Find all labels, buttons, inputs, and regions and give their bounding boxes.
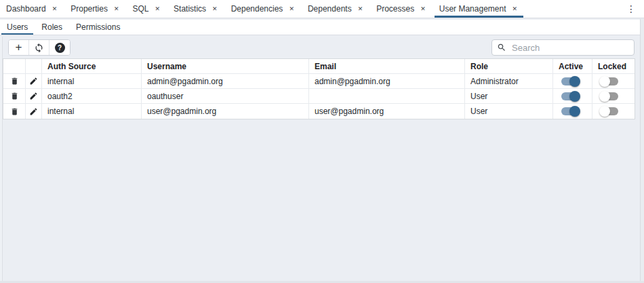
tab-label: User Management	[439, 4, 506, 14]
close-icon[interactable]: ✕	[287, 5, 296, 14]
cell-auth-source: oauth2	[42, 89, 142, 103]
locked-toggle[interactable]	[599, 91, 620, 102]
close-icon[interactable]: ✕	[51, 5, 59, 14]
tab-statistics[interactable]: Statistics ✕	[167, 0, 225, 18]
trash-icon	[10, 77, 19, 86]
close-icon[interactable]: ✕	[211, 5, 219, 14]
tab-label: Statistics	[174, 4, 206, 14]
column-header-active: Active	[553, 59, 592, 73]
cell-role: Administrator	[465, 74, 553, 88]
help-button[interactable]: ?	[49, 40, 70, 55]
cell-email	[309, 89, 465, 103]
user-management-window: Dashboard ✕ Properties ✕ SQL ✕ Statistic…	[0, 0, 644, 283]
delete-user-button[interactable]	[3, 104, 26, 119]
close-icon[interactable]: ✕	[357, 5, 365, 14]
search-box	[491, 39, 635, 56]
cell-username: admin@pgadmin.org	[142, 74, 309, 88]
more-options-icon[interactable]: ⋮	[626, 3, 636, 15]
search-input[interactable]	[510, 42, 629, 54]
cell-locked	[592, 104, 635, 119]
tab-permissions[interactable]: Permissions	[69, 20, 127, 35]
tab-label: Roles	[41, 22, 62, 32]
active-toggle[interactable]	[560, 106, 580, 117]
cell-auth-source: internal	[42, 74, 142, 88]
cell-auth-source: internal	[42, 104, 142, 119]
locked-toggle[interactable]	[599, 106, 620, 117]
toolbar-button-group: + ?	[8, 39, 71, 56]
tab-label: Dependencies	[231, 4, 283, 14]
tab-users[interactable]: Users	[0, 20, 35, 35]
users-panel: + ?	[0, 39, 644, 283]
tab-label: SQL	[133, 4, 149, 14]
cell-username: oauthuser	[142, 89, 309, 103]
tab-dependencies[interactable]: Dependencies ✕	[225, 0, 302, 18]
column-header-delete	[3, 59, 26, 73]
cell-email: admin@pgadmin.org	[309, 74, 465, 88]
tab-label: Dashboard	[6, 4, 46, 14]
users-table: Auth Source Username Email Role Active L…	[3, 58, 635, 119]
table-row: internal admin@pgadmin.org admin@pgadmin…	[3, 74, 635, 89]
add-user-button[interactable]: +	[9, 40, 29, 55]
tab-label: Dependents	[308, 4, 352, 14]
close-icon[interactable]: ✕	[419, 5, 427, 14]
column-header-email: Email	[309, 59, 465, 73]
close-icon[interactable]: ✕	[154, 5, 162, 14]
tab-label: Users	[7, 22, 28, 32]
locked-toggle[interactable]	[599, 76, 620, 87]
tab-label: Processes	[376, 4, 414, 14]
edit-user-button[interactable]	[26, 89, 42, 103]
search-icon	[497, 43, 506, 52]
tab-label: Permissions	[76, 22, 120, 32]
table-row: oauth2 oauthuser User	[3, 89, 635, 104]
trash-icon	[10, 107, 19, 116]
close-icon[interactable]: ✕	[113, 5, 121, 14]
tab-sql[interactable]: SQL ✕	[127, 0, 168, 18]
scrollbar-track	[640, 19, 644, 283]
edit-user-button[interactable]	[26, 74, 42, 88]
edit-user-button[interactable]	[26, 104, 42, 119]
tab-dependents[interactable]: Dependents ✕	[302, 0, 370, 18]
pencil-icon	[29, 77, 38, 86]
cell-role: User	[465, 89, 553, 103]
delete-user-button[interactable]	[3, 74, 26, 88]
cell-active	[553, 89, 592, 103]
panel-left-edge	[0, 37, 3, 281]
help-icon: ?	[55, 43, 65, 53]
user-management-tabbar: Users Roles Permissions	[0, 20, 644, 35]
cell-locked	[592, 74, 635, 88]
active-toggle[interactable]	[560, 91, 580, 102]
refresh-button[interactable]	[29, 40, 49, 55]
delete-user-button[interactable]	[3, 89, 26, 103]
refresh-icon	[34, 43, 44, 53]
column-header-locked: Locked	[592, 59, 635, 73]
users-toolbar: + ?	[8, 39, 635, 56]
tab-dashboard[interactable]: Dashboard ✕	[0, 0, 64, 18]
tab-label: Properties	[71, 4, 108, 14]
pencil-icon	[29, 92, 38, 100]
tab-roles[interactable]: Roles	[35, 20, 69, 35]
tab-properties[interactable]: Properties ✕	[64, 0, 126, 18]
column-header-username: Username	[142, 59, 309, 73]
close-icon[interactable]: ✕	[510, 5, 519, 14]
table-header-row: Auth Source Username Email Role Active L…	[3, 59, 635, 74]
cell-username: user@pgadmin.org	[142, 104, 309, 119]
plus-icon: +	[16, 41, 22, 53]
table-row: internal user@pgadmin.org user@pgadmin.o…	[3, 104, 635, 119]
column-header-auth-source: Auth Source	[42, 59, 142, 73]
pencil-icon	[29, 107, 38, 116]
cell-email: user@pgadmin.org	[309, 104, 465, 119]
trash-icon	[10, 92, 19, 100]
editor-tabbar: Dashboard ✕ Properties ✕ SQL ✕ Statistic…	[0, 0, 644, 18]
cell-active	[553, 74, 592, 88]
active-toggle[interactable]	[560, 76, 580, 87]
cell-active	[553, 104, 592, 119]
tab-processes[interactable]: Processes ✕	[370, 0, 433, 18]
cell-locked	[592, 89, 635, 103]
column-header-edit	[26, 59, 42, 73]
column-header-role: Role	[465, 59, 553, 73]
cell-role: User	[465, 104, 553, 119]
tab-user-management[interactable]: User Management ✕	[433, 0, 525, 18]
